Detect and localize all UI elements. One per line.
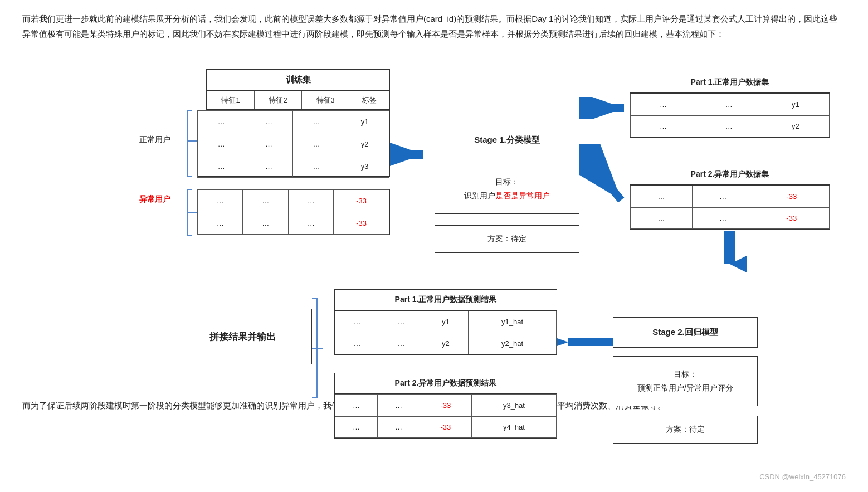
p2p-r1c3: -33 [420, 395, 471, 417]
part1-normal-table: … … y1 … … y2 [630, 93, 830, 138]
part2-predict-header: Part 2.异常用户数据预测结果 [334, 373, 557, 394]
part1-predict-label: Part 1.正常用户数据预测结果 [395, 295, 497, 305]
feat1-header: 特征1 [207, 91, 255, 109]
arrow-to-stage1 [390, 140, 435, 168]
concat-box: 拼接结果并输出 [173, 309, 312, 364]
abnormal-user-table: … … … -33 … … … -33 [197, 189, 390, 235]
target-label: 目标： [495, 175, 519, 189]
normal-user-label: 正常用户 [139, 135, 170, 145]
stage2-box: Stage 2.回归模型 [613, 317, 758, 348]
feat2-header: 特征2 [255, 91, 302, 109]
p2a-r1c3: -33 [754, 186, 829, 208]
concat-bracket-mid [312, 348, 323, 349]
arrow-to-part1 [579, 97, 635, 119]
p2p-r2c4: y4_hat [471, 416, 556, 438]
part2-abnormal-label: Part 2.异常用户数据集 [691, 169, 769, 179]
p1p-r1c1: … [335, 311, 379, 333]
n-r3c3: … [292, 155, 340, 178]
p2a-r2c3: -33 [754, 207, 829, 229]
part2-abnormal-header: Part 2.异常用户数据集 [630, 164, 830, 185]
p1n-r2c1: … [631, 115, 696, 137]
p2a-r1c2: … [692, 186, 754, 208]
part2-predict-table: … … -33 y3_hat … … -33 y4_hat [334, 394, 557, 439]
p2p-r2c3: -33 [420, 416, 471, 438]
p2a-r2c2: … [692, 207, 754, 229]
n-r3c4: y3 [340, 155, 389, 178]
plan2-box: 方案：待定 [613, 416, 758, 444]
p2p-r1c2: … [377, 395, 420, 417]
n-r1c4: y1 [340, 111, 389, 133]
target-box: 目标： 识别用户是否是异常用户 [435, 164, 579, 214]
a-r1c3: … [288, 190, 333, 212]
n-r1c3: … [292, 111, 340, 133]
p1p-r1c3: y1 [423, 311, 468, 333]
n-r1c1: … [198, 111, 245, 133]
p2p-r1c1: … [335, 395, 378, 417]
part1-normal-label: Part 1.正常用户数据集 [691, 77, 769, 87]
p2p-r1c4: y3_hat [471, 395, 556, 417]
target2-box: 目标： 预测正常用户/异常用户评分 [613, 356, 758, 406]
p1p-r2c1: … [335, 333, 379, 354]
target2-label-text: 目标： [674, 367, 697, 381]
top-paragraph: 而若我们更进一步就此前的建模结果展开分析的话，我们会发现，此前的模型误差大多数都… [22, 11, 846, 41]
part1-predict-header: Part 1.正常用户数据预测结果 [334, 289, 557, 310]
p1p-r2c2: … [379, 333, 423, 354]
p1p-r1c4: y1_hat [468, 311, 556, 333]
a-r2c2: … [243, 212, 288, 235]
diagram-area: 训练集 特征1 特征2 特征3 标签 正常用户 … … … y1 … [22, 58, 846, 381]
n-r1c2: … [245, 111, 292, 133]
arrow-from-stage2-to-predict [557, 331, 613, 353]
p2p-r2c2: … [377, 416, 420, 438]
p1n-r1c2: … [696, 94, 762, 116]
abnormal-bracket-mid [187, 212, 197, 213]
a-r2c1: … [198, 212, 243, 235]
p1n-r2c2: … [696, 115, 762, 137]
a-r2c4: -33 [334, 212, 389, 235]
svg-line-5 [579, 150, 621, 200]
target-is-text: 是否是异常用户 [495, 191, 550, 200]
part2-abnormal-table: … … -33 … … -33 [630, 185, 830, 230]
p1p-r2c4: y2_hat [468, 333, 556, 354]
train-set-label: 训练集 [286, 75, 311, 85]
stage1-box: Stage 1.分类模型 [435, 125, 579, 155]
n-r2c4: y2 [340, 133, 389, 155]
arrow-to-part2 [579, 144, 635, 206]
target-desc-line: 识别用户是否是异常用户 [464, 189, 550, 203]
plan-label: 方案：待定 [487, 234, 526, 244]
a-r2c3: … [288, 212, 333, 235]
feat3-header: 特征3 [302, 91, 349, 109]
p2a-r2c1: … [631, 207, 693, 229]
a-r1c4: -33 [334, 190, 389, 212]
p1p-r2c3: y2 [423, 333, 468, 354]
abnormal-user-label: 异常用户 [139, 194, 170, 204]
p1p-r1c2: … [379, 311, 423, 333]
stage2-label: Stage 2.回归模型 [652, 327, 718, 338]
normal-bracket [187, 110, 192, 177]
n-r3c2: … [245, 155, 292, 178]
plan-box: 方案：待定 [435, 225, 579, 253]
p2a-r1c1: … [631, 186, 693, 208]
p1n-r1c1: … [631, 94, 696, 116]
n-r2c3: … [292, 133, 340, 155]
part1-predict-table: … … y1 y1_hat … … y2 y2_hat [334, 310, 557, 355]
n-r3c1: … [198, 155, 245, 178]
stage1-label: Stage 1.分类模型 [474, 135, 540, 145]
train-header-table: 特征1 特征2 特征3 标签 [206, 90, 390, 110]
concat-label: 拼接结果并输出 [209, 330, 276, 343]
n-r2c1: … [198, 133, 245, 155]
n-r2c2: … [245, 133, 292, 155]
p1n-r1c3: y1 [762, 94, 829, 116]
normal-bracket-mid [187, 140, 197, 142]
normal-user-table: … … … y1 … … … y2 … … … y3 [197, 110, 390, 177]
part1-normal-header: Part 1.正常用户数据集 [630, 72, 830, 93]
train-set-box: 训练集 [206, 69, 390, 90]
target-plain-text: 识别用户 [464, 191, 495, 200]
p2p-r2c1: … [335, 416, 378, 438]
a-r1c1: … [198, 190, 243, 212]
a-r1c2: … [243, 190, 288, 212]
p1n-r2c3: y2 [762, 115, 829, 137]
target2-desc-text: 预测正常用户/异常用户评分 [637, 381, 733, 395]
label-header: 标签 [349, 91, 389, 109]
part2-predict-label: Part 2.异常用户数据预测结果 [395, 378, 497, 388]
target-label-text: 目标： [495, 177, 519, 186]
